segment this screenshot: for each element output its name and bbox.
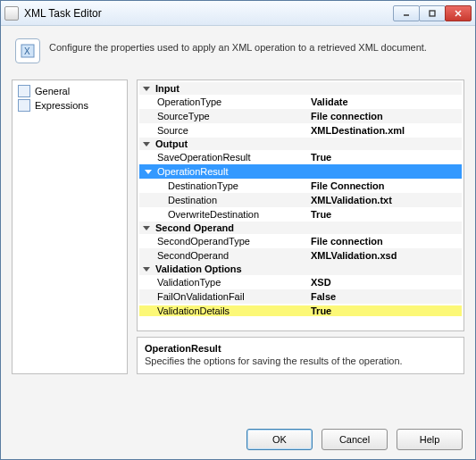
page-icon: [18, 99, 30, 112]
nav-item-label: Expressions: [35, 100, 88, 111]
prop-second-operand-type[interactable]: SecondOperandTypeFile connection: [139, 234, 462, 248]
prop-operation-type[interactable]: OperationTypeValidate: [139, 95, 462, 109]
svg-rect-1: [430, 11, 435, 16]
collapse-icon: [143, 226, 150, 230]
svg-text:X: X: [24, 46, 30, 56]
property-help-panel: OperationResult Specifies the options fo…: [137, 337, 464, 374]
task-description: Configure the properties used to apply a…: [49, 38, 427, 53]
collapse-icon: [145, 170, 152, 174]
xml-task-editor-window: XML Task Editor X Configure the properti…: [0, 0, 476, 460]
minimize-button[interactable]: [393, 5, 420, 21]
collapse-icon: [143, 142, 150, 146]
prop-second-operand[interactable]: SecondOperandXMLValidation.xsd: [139, 248, 462, 263]
prop-fail-on-validation-fail[interactable]: FailOnValidationFailFalse: [139, 289, 462, 304]
category-input[interactable]: Input: [139, 82, 462, 95]
nav-item-label: General: [35, 86, 70, 96]
collapse-icon: [143, 267, 150, 272]
category-validation-options[interactable]: Validation Options: [139, 263, 462, 275]
maximize-button[interactable]: [419, 5, 446, 21]
prop-destination-type[interactable]: DestinationTypeFile Connection: [139, 179, 462, 193]
ok-button[interactable]: OK: [246, 429, 313, 450]
property-grid[interactable]: Input OperationTypeValidate SourceTypeFi…: [137, 79, 464, 331]
collapse-icon: [143, 87, 150, 91]
category-output[interactable]: Output: [139, 138, 462, 150]
help-button[interactable]: Help: [397, 429, 463, 450]
category-second-operand[interactable]: Second Operand: [139, 222, 462, 234]
nav-item-expressions[interactable]: Expressions: [13, 98, 127, 113]
app-icon: [4, 6, 19, 21]
window-title: XML Task Editor: [24, 7, 102, 20]
prop-save-operation-result[interactable]: SaveOperationResultTrue: [139, 150, 462, 164]
titlebar[interactable]: XML Task Editor: [1, 1, 475, 26]
prop-validation-details[interactable]: ValidationDetailsTrue: [139, 304, 462, 318]
help-text: Specifies the options for saving the res…: [145, 355, 456, 366]
help-title: OperationResult: [145, 343, 456, 354]
category-nav: General Expressions: [12, 79, 128, 374]
cancel-button[interactable]: Cancel: [322, 429, 388, 450]
prop-source-type[interactable]: SourceTypeFile connection: [139, 109, 462, 123]
page-icon: [18, 85, 30, 97]
prop-overwrite-destination[interactable]: OverwriteDestinationTrue: [139, 207, 462, 222]
prop-source[interactable]: SourceXMLDestination.xml: [139, 123, 462, 138]
task-icon: X: [15, 38, 40, 63]
prop-validation-type[interactable]: ValidationTypeXSD: [139, 275, 462, 289]
prop-operation-result[interactable]: OperationResult: [139, 164, 462, 179]
close-button[interactable]: [445, 5, 472, 21]
nav-item-general[interactable]: General: [13, 84, 127, 98]
prop-destination[interactable]: DestinationXMLValidation.txt: [139, 193, 462, 207]
